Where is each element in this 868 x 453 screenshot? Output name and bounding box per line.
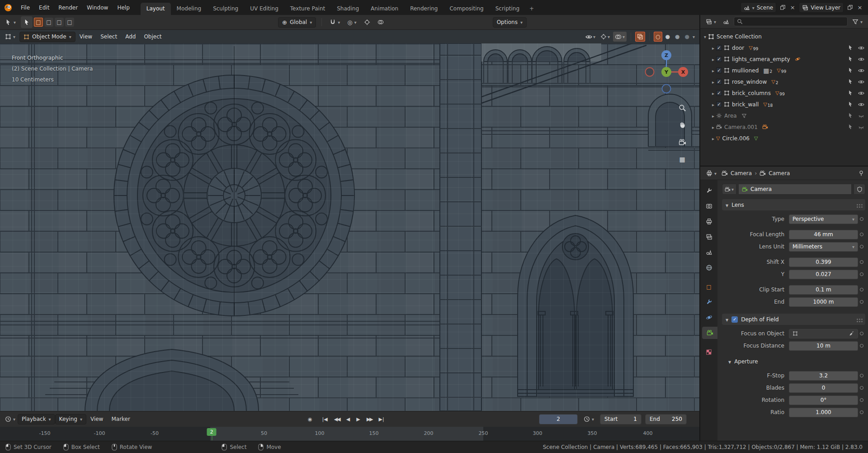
shading-dropdown[interactable] (693, 33, 695, 40)
item-name[interactable]: Circle.006 (722, 135, 750, 142)
tab-object[interactable] (702, 281, 716, 293)
frame-start-field[interactable]: Start1 (600, 414, 642, 424)
item-name[interactable]: mullioned (732, 67, 759, 74)
item-name[interactable]: Camera.001 (724, 124, 758, 130)
animate-dot[interactable] (858, 245, 865, 248)
expand-icon[interactable] (704, 33, 706, 40)
jump-to-end-button[interactable] (377, 415, 387, 423)
selectable-icon[interactable] (848, 90, 854, 96)
tab-modeling[interactable]: Modeling (171, 3, 208, 15)
keying-dropdown[interactable]: Keying (55, 414, 86, 424)
selectable-icon[interactable] (848, 56, 854, 62)
shading-wireframe-button[interactable] (654, 32, 662, 42)
pin-icon[interactable] (858, 170, 864, 176)
select-mode-new-toggle[interactable] (34, 18, 43, 27)
clip-start-field[interactable]: 0.1 m (789, 285, 858, 295)
use-preview-range-button[interactable] (581, 415, 596, 423)
ratio-field[interactable]: 1.000 (789, 408, 858, 417)
tab-render[interactable] (702, 200, 716, 212)
select-mode-subtract-toggle[interactable] (55, 18, 64, 27)
tab-rendering[interactable]: Rendering (404, 3, 443, 15)
mode-dropdown[interactable]: Object Mode (19, 32, 75, 42)
tab-scene[interactable] (702, 246, 716, 258)
playback-dropdown[interactable]: Playback (18, 414, 55, 424)
animate-dot[interactable] (858, 260, 865, 264)
remove-view-layer-button[interactable] (856, 4, 863, 11)
current-frame-field[interactable]: 2 (539, 414, 578, 424)
collection-checkbox[interactable] (716, 67, 722, 73)
lens-unit-dropdown[interactable]: Millimeters (789, 242, 858, 252)
editor-type-button[interactable] (3, 33, 18, 41)
scene-selector[interactable]: Scene (741, 2, 777, 13)
unlink-scene-button[interactable] (789, 4, 796, 11)
overlays-dropdown[interactable] (613, 32, 627, 42)
eye-closed-icon[interactable] (858, 124, 864, 130)
tab-object-data[interactable] (702, 327, 717, 339)
auto-keying-button[interactable] (306, 415, 315, 423)
tab-modifiers[interactable] (702, 296, 716, 308)
camera-view-button[interactable] (676, 136, 689, 148)
aperture-panel-header[interactable]: Aperture (725, 356, 865, 367)
outliner-item-lights-camera-empty[interactable]: lights_camera_empty (702, 53, 866, 65)
filter-button[interactable] (850, 18, 865, 26)
tab-uv-editing[interactable]: UV Editing (244, 3, 284, 15)
animate-dot[interactable] (858, 233, 865, 236)
timeline-ruler[interactable]: -150 -100 -50 50 100 150 200 250 300 350… (0, 427, 699, 441)
rotation-field[interactable]: 0° (789, 396, 858, 405)
eye-icon[interactable] (858, 67, 864, 74)
clip-end-field[interactable]: 1000 m (789, 297, 858, 307)
animate-dot[interactable] (858, 386, 865, 390)
expand-icon[interactable] (712, 67, 714, 74)
expand-icon[interactable] (712, 90, 714, 96)
play-button[interactable] (354, 415, 362, 423)
jump-to-start-button[interactable] (320, 415, 330, 423)
options-extra-toggle[interactable] (375, 18, 386, 26)
outliner-item-area[interactable]: Area (702, 110, 866, 121)
gizmo-extra-toggle[interactable] (362, 18, 373, 26)
tab-tool[interactable] (702, 185, 716, 197)
outliner-item-brick-wall[interactable]: brick_wall 18 (702, 99, 866, 110)
viewport-menu-select[interactable]: Select (96, 33, 121, 40)
shading-solid-button[interactable] (664, 32, 672, 42)
display-mode-button[interactable] (721, 18, 731, 26)
browse-camera-data-button[interactable] (722, 184, 736, 195)
panel-grip-icon[interactable] (857, 319, 858, 320)
collection-checkbox[interactable] (716, 101, 722, 107)
animate-dot[interactable] (858, 272, 865, 276)
selectable-icon[interactable] (848, 79, 854, 85)
expand-icon[interactable] (712, 135, 714, 142)
tab-physics[interactable] (702, 311, 716, 324)
tab-scripting[interactable]: Scripting (490, 3, 525, 15)
transform-orientation-dropdown[interactable]: Global (278, 17, 316, 28)
outliner-editor-type-button[interactable] (703, 18, 718, 26)
collection-checkbox[interactable] (716, 45, 722, 51)
animate-dot[interactable] (858, 288, 865, 291)
current-frame-indicator[interactable]: 2 (207, 428, 217, 436)
expand-icon[interactable] (712, 101, 714, 108)
selectable-icon[interactable] (848, 45, 854, 51)
eye-icon[interactable] (858, 56, 864, 62)
blender-logo[interactable] (0, 3, 16, 12)
lens-type-dropdown[interactable]: Perspective (789, 215, 858, 224)
item-name[interactable]: lights_camera_empty (732, 56, 790, 62)
next-keyframe-button[interactable] (364, 415, 375, 423)
zoom-button[interactable] (676, 101, 689, 114)
object-visibility-dropdown[interactable] (584, 32, 597, 42)
viewport-menu-add[interactable]: Add (121, 33, 140, 40)
navigation-gizmo[interactable]: Z X Y (642, 47, 691, 97)
outliner-item-door[interactable]: door 99 (702, 42, 866, 53)
focus-object-field[interactable] (789, 329, 858, 339)
fstop-field[interactable]: 3.2 (789, 371, 858, 381)
play-reverse-button[interactable] (344, 415, 352, 423)
outliner-item-rose-window[interactable]: rose_window 2 (702, 76, 866, 87)
active-tool-dropdown[interactable] (3, 18, 18, 27)
new-scene-button[interactable] (779, 4, 786, 11)
expand-icon[interactable] (712, 79, 714, 85)
menu-render[interactable]: Render (54, 0, 82, 15)
item-name[interactable]: door (732, 45, 744, 51)
outliner-root[interactable]: Scene Collection (702, 31, 866, 42)
panel-grip-icon[interactable] (857, 204, 858, 205)
outliner-item-circle-006[interactable]: Circle.006 (702, 133, 866, 144)
fake-user-button[interactable] (854, 184, 865, 195)
frame-end-field[interactable]: End250 (645, 414, 687, 424)
